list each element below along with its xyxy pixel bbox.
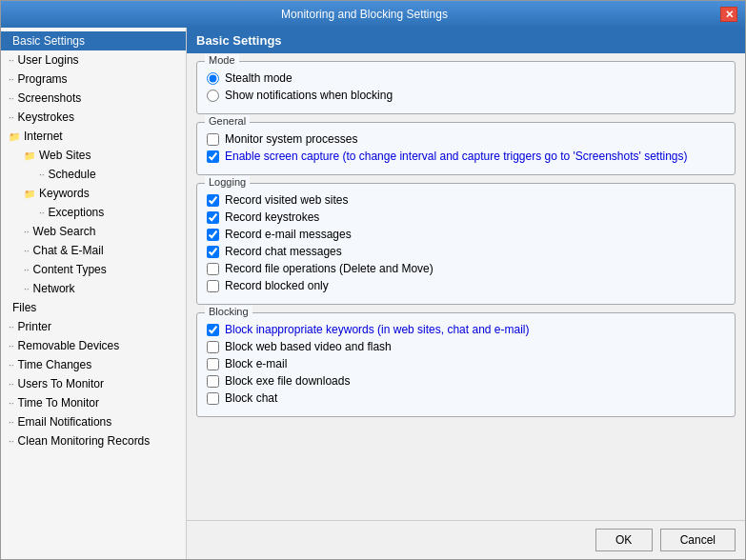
checkbox-label-record-chat[interactable]: Record chat messages <box>225 245 342 258</box>
sidebar-item-keywords[interactable]: 📁Keywords <box>1 184 186 203</box>
sidebar-item-users-to-monitor[interactable]: ·· Users To Monitor <box>1 374 186 393</box>
mode-group-label: Mode <box>205 54 239 66</box>
checkbox-block-video-flash[interactable] <box>207 341 219 353</box>
checkbox-label-monitor-system[interactable]: Monitor system processes <box>225 132 357 146</box>
ok-button[interactable]: OK <box>595 529 653 551</box>
sidebar-item-time-to-monitor[interactable]: ·· Time To Monitor <box>1 393 186 412</box>
checkbox-label-record-web[interactable]: Record visited web sites <box>225 193 348 207</box>
checkbox-label-enable-screen-capture[interactable]: Enable screen capture (to change interva… <box>225 150 688 163</box>
sidebar-item-printer[interactable]: ·· Printer <box>1 317 186 336</box>
sidebar-item-label: Basic Settings <box>12 34 85 48</box>
checkbox-item-record-keystrokes: Record keystrokes <box>207 210 725 224</box>
checkbox-enable-screen-capture[interactable] <box>207 150 219 163</box>
sidebar-item-keystrokes[interactable]: ·· Keystrokes <box>1 108 186 127</box>
close-button[interactable]: ✕ <box>720 7 737 22</box>
dash-icon: ·· <box>9 398 14 409</box>
checkbox-label-block-video-flash[interactable]: Block web based video and flash <box>225 340 392 353</box>
checkbox-label-record-email[interactable]: Record e-mail messages <box>225 228 352 241</box>
blocking-group-label: Blocking <box>205 306 252 317</box>
radio-stealth[interactable] <box>207 72 219 85</box>
checkbox-record-blocked[interactable] <box>207 280 219 292</box>
radio-item-show-notifications: Show notifications when blocking <box>207 89 725 102</box>
sidebar-item-schedule[interactable]: ·· Schedule <box>1 165 186 184</box>
sidebar-item-label: Chat & E-Mail <box>33 244 104 257</box>
sidebar-item-basic-settings[interactable]: Basic Settings <box>1 31 186 50</box>
sidebar-item-label: Exceptions <box>49 206 105 219</box>
folder-icon: 📁 <box>24 150 35 161</box>
checkbox-item-block-video-flash: Block web based video and flash <box>207 340 725 353</box>
checkbox-label-block-chat[interactable]: Block chat <box>225 391 277 405</box>
blocking-group: Blocking Block inappropriate keywords (i… <box>196 312 736 417</box>
sidebar-item-user-logins[interactable]: ·· User Logins <box>1 50 186 70</box>
button-bar: OK Cancel <box>187 520 745 559</box>
sidebar-item-label: Users To Monitor <box>18 377 104 390</box>
sidebar-item-label: Programs <box>18 72 68 86</box>
checkbox-item-record-chat: Record chat messages <box>207 245 725 258</box>
sidebar-item-screenshots[interactable]: ·· Screenshots <box>1 89 186 108</box>
logging-group-content: Record visited web sitesRecord keystroke… <box>207 193 725 292</box>
panel-title: Basic Settings <box>187 28 745 53</box>
checkbox-block-email[interactable] <box>207 358 219 370</box>
sidebar-item-removable-devices[interactable]: ·· Removable Devices <box>1 336 186 355</box>
sidebar-item-label: Removable Devices <box>18 339 120 352</box>
checkbox-item-record-file-ops: Record file operations (Delete and Move) <box>207 262 725 275</box>
checkbox-block-keywords[interactable] <box>207 324 219 336</box>
checkbox-monitor-system[interactable] <box>207 133 219 146</box>
dash-icon: ·· <box>9 93 14 104</box>
checkbox-label-block-email[interactable]: Block e-mail <box>225 357 287 370</box>
mode-group-content: Stealth modeShow notifications when bloc… <box>207 71 725 102</box>
sidebar-item-label: User Logins <box>18 53 79 67</box>
sidebar-item-label: Keystrokes <box>18 110 74 124</box>
dash-icon: ·· <box>9 360 14 370</box>
checkbox-record-file-ops[interactable] <box>207 263 219 275</box>
checkbox-record-keystrokes[interactable] <box>207 211 219 224</box>
checkbox-label-block-keywords[interactable]: Block inappropriate keywords (in web sit… <box>225 323 529 336</box>
sidebar-item-label: Internet <box>24 130 63 143</box>
sidebar-item-label: Keywords <box>39 187 90 200</box>
radio-label-stealth[interactable]: Stealth mode <box>225 71 292 85</box>
sidebar-item-network[interactable]: ·· Network <box>1 279 186 298</box>
checkbox-item-enable-screen-capture: Enable screen capture (to change interva… <box>207 150 725 163</box>
checkbox-label-record-keystrokes[interactable]: Record keystrokes <box>225 210 319 224</box>
checkbox-block-chat[interactable] <box>207 392 219 405</box>
dash-icon: ·· <box>39 170 45 180</box>
sidebar-item-email-notifications[interactable]: ·· Email Notifications <box>1 412 186 431</box>
sidebar-item-web-sites[interactable]: 📁Web Sites <box>1 146 186 165</box>
sidebar-item-files[interactable]: Files <box>1 298 186 317</box>
logging-group: Logging Record visited web sitesRecord k… <box>196 183 736 305</box>
dash-icon: ·· <box>24 265 30 275</box>
dash-icon: ·· <box>9 112 14 123</box>
sidebar-item-chat-email[interactable]: ·· Chat & E-Mail <box>1 241 186 260</box>
sidebar-item-label: Screenshots <box>18 91 82 105</box>
dash-icon: ·· <box>9 379 14 390</box>
sidebar-item-label: Clean Monitoring Records <box>18 434 151 448</box>
sidebar-item-clean-monitoring[interactable]: ·· Clean Monitoring Records <box>1 431 186 450</box>
sidebar-item-content-types[interactable]: ·· Content Types <box>1 260 186 279</box>
checkbox-item-record-email: Record e-mail messages <box>207 228 725 241</box>
checkbox-block-exe[interactable] <box>207 375 219 388</box>
blocking-group-content: Block inappropriate keywords (in web sit… <box>207 323 725 405</box>
checkbox-record-web[interactable] <box>207 194 219 207</box>
sidebar-item-internet[interactable]: 📁Internet <box>1 127 186 146</box>
checkbox-label-record-file-ops[interactable]: Record file operations (Delete and Move) <box>225 262 433 275</box>
radio-label-show-notifications[interactable]: Show notifications when blocking <box>225 89 393 102</box>
title-bar: Monitoring and Blocking Settings ✕ <box>1 1 745 28</box>
checkbox-label-block-exe[interactable]: Block exe file downloads <box>225 374 350 388</box>
checkbox-label-record-blocked[interactable]: Record blocked only <box>225 279 329 292</box>
checkbox-record-chat[interactable] <box>207 246 219 258</box>
sidebar-item-programs[interactable]: ·· Programs <box>1 70 186 89</box>
sidebar: Basic Settings·· User Logins·· Programs·… <box>1 28 187 559</box>
radio-item-stealth: Stealth mode <box>207 71 725 85</box>
radio-show-notifications[interactable] <box>207 90 219 102</box>
checkbox-record-email[interactable] <box>207 229 219 241</box>
sidebar-item-label: Files <box>12 301 36 314</box>
checkbox-item-block-email: Block e-mail <box>207 357 725 370</box>
sidebar-item-time-changes[interactable]: ·· Time Changes <box>1 355 186 374</box>
dash-icon: ·· <box>9 417 14 428</box>
sidebar-item-label: Email Notifications <box>18 415 112 429</box>
sidebar-item-web-search[interactable]: ·· Web Search <box>1 222 186 241</box>
sidebar-item-exceptions[interactable]: ·· Exceptions <box>1 203 186 222</box>
dash-icon: ·· <box>39 208 45 218</box>
logging-group-label: Logging <box>205 176 250 188</box>
cancel-button[interactable]: Cancel <box>660 529 736 551</box>
